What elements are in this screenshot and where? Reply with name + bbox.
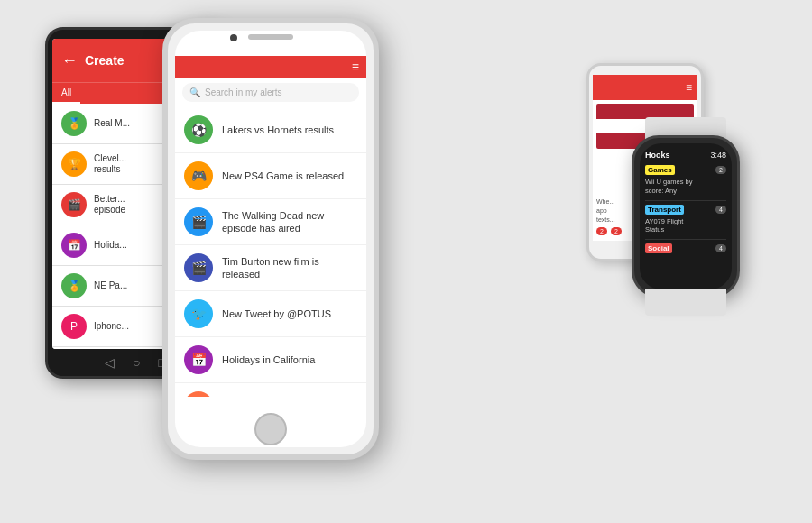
watch-divider-2: [645, 239, 726, 240]
iphone-header-top: ≡: [175, 56, 366, 78]
item-text: Lakers vs Hornets results: [222, 124, 334, 136]
iphone: ≡ 🔍 Search in my alerts ⚽ Lakers vs Horn…: [162, 18, 379, 460]
iphone-menu-icon[interactable]: ≡: [352, 60, 359, 74]
item-icon: 📅: [184, 345, 213, 374]
item-icon: 🏅: [61, 273, 87, 298]
item-icon: 🎬: [61, 192, 87, 217]
list-item[interactable]: 🎬 Tim Burton new film is released: [175, 245, 366, 291]
list-item[interactable]: 🎬 The Walking Dead new episode has aired: [175, 199, 366, 245]
item-text: Clevel...results: [94, 153, 126, 175]
watch-badge-social: 4: [715, 244, 726, 252]
item-icon: P: [61, 314, 87, 339]
watch-body: Hooks 3:48 Games 2 Wii U games byscore: …: [632, 135, 740, 298]
item-icon: 🏆: [61, 151, 87, 177]
item-icon: 📅: [61, 233, 87, 258]
watch-screen: Hooks 3:48 Games 2 Wii U games byscore: …: [640, 143, 732, 289]
watch-category-label-transport: Transport: [645, 205, 684, 215]
item-text: New PS4 Game is released: [222, 170, 344, 182]
iphone-screen: ≡ 🔍 Search in my alerts ⚽ Lakers vs Horn…: [175, 56, 366, 397]
list-item[interactable]: 📡 TIME hot news: [175, 383, 366, 397]
android-back-nav[interactable]: ◁: [105, 355, 115, 370]
item-text: New Tweet by @POTUS: [222, 307, 331, 320]
list-item[interactable]: ⚽ Lakers vs Hornets results: [175, 107, 366, 153]
watch-category-label-games: Games: [645, 165, 675, 175]
item-icon: ⚽: [184, 115, 213, 144]
android-tab-all[interactable]: All: [52, 83, 80, 104]
list-item[interactable]: 🎮 New PS4 Game is released: [175, 153, 366, 199]
iphone-speaker: [248, 34, 293, 40]
iphone-inner: ≡ 🔍 Search in my alerts ⚽ Lakers vs Horn…: [175, 31, 366, 447]
watch-time: 3:48: [710, 151, 726, 160]
item-text: NE Pa...: [94, 280, 127, 291]
small-phone-header: ≡: [593, 75, 697, 100]
item-icon: 🎬: [184, 207, 213, 236]
search-icon: 🔍: [189, 87, 200, 97]
watch-title-row: Hooks 3:48: [645, 151, 726, 160]
counter-1: 2: [596, 227, 607, 235]
apple-watch: Hooks 3:48 Games 2 Wii U games byscore: …: [614, 117, 758, 316]
watch-category-transport[interactable]: Transport 4: [645, 205, 726, 215]
iphone-search-bar[interactable]: 🔍 Search in my alerts: [182, 83, 359, 102]
item-text: Iphone...: [94, 321, 129, 332]
item-icon: 🎮: [184, 161, 213, 190]
item-text: Tim Burton new film is released: [222, 255, 357, 281]
scene: ← Create All 🏅 Real M... 🏆 Clevel...resu…: [18, 9, 794, 514]
item-icon: 🐦: [184, 299, 213, 328]
item-text: The Walking Dead new episode has aired: [222, 209, 357, 235]
list-item[interactable]: 📅 Holidays in California: [175, 337, 366, 383]
item-icon: 📡: [184, 391, 213, 397]
watch-badge-games: 2: [715, 166, 726, 174]
watch-category-social[interactable]: Social 4: [645, 243, 726, 253]
search-placeholder: Search in my alerts: [205, 87, 282, 97]
watch-category-games[interactable]: Games 2: [645, 165, 726, 175]
watch-item-games: Wii U games byscore: Any: [645, 178, 726, 196]
item-text: Real M...: [94, 118, 130, 129]
small-phone-menu-icon[interactable]: ≡: [686, 81, 692, 94]
iphone-list: ⚽ Lakers vs Hornets results 🎮 New PS4 Ga…: [175, 107, 366, 397]
watch-item-transport: AY079 FlightStatus: [645, 217, 726, 235]
item-text: Better...episode: [94, 194, 125, 216]
item-text: Holidays in California: [222, 353, 315, 366]
item-icon: 🏅: [61, 111, 87, 136]
watch-title: Hooks: [645, 151, 670, 160]
watch-band-bottom: [645, 289, 726, 316]
watch-category-label-social: Social: [645, 243, 672, 253]
watch-badge-transport: 4: [715, 206, 726, 214]
android-header-title: Create: [85, 53, 125, 68]
iphone-camera: [230, 34, 237, 41]
list-item[interactable]: 🐦 New Tweet by @POTUS: [175, 291, 366, 337]
android-home-nav[interactable]: ○: [133, 355, 140, 370]
android-back-icon[interactable]: ←: [61, 51, 78, 70]
watch-divider-1: [645, 200, 726, 201]
item-text: Holida...: [94, 240, 127, 251]
iphone-home-button[interactable]: [254, 413, 287, 445]
item-icon: 🎬: [184, 253, 213, 282]
